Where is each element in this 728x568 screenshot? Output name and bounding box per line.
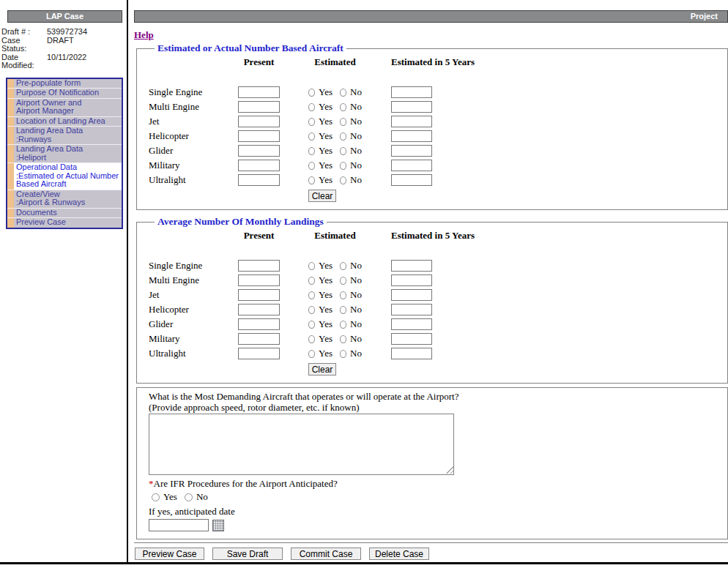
estimated-yes-radio[interactable]	[308, 103, 315, 111]
estimated-no-radio[interactable]	[340, 350, 346, 358]
estimated-5-years-input[interactable]	[391, 101, 432, 113]
present-input[interactable]	[238, 130, 280, 142]
estimated-5-years-input[interactable]	[391, 348, 432, 359]
present-column-header: Present	[238, 56, 280, 68]
estimated-no-radio[interactable]	[340, 103, 346, 111]
estimated-5-years-input[interactable]	[391, 304, 432, 315]
aircraft-row: Glider Yes No	[149, 143, 727, 158]
sidebar-item[interactable]: Preview Case	[7, 218, 122, 228]
estimated-5-years-input[interactable]	[391, 86, 432, 98]
estimated-yes-radio[interactable]	[308, 262, 315, 270]
estimated-yes-radio[interactable]	[308, 89, 315, 97]
present-input[interactable]	[238, 174, 280, 186]
case-info-row: Draft # : 539972734	[1, 28, 127, 37]
no-label: No	[350, 260, 362, 272]
estimated-5-years-input[interactable]	[391, 333, 432, 345]
estimated-no-radio[interactable]	[340, 89, 346, 97]
sidebar-item[interactable]: Location of Landing Area	[7, 117, 122, 127]
estimated-no-radio[interactable]	[340, 335, 346, 343]
calendar-icon[interactable]	[212, 520, 224, 531]
clear-button[interactable]: Clear	[308, 363, 336, 375]
estimated-yes-radio[interactable]	[308, 335, 315, 343]
estimated-yes-radio[interactable]	[308, 147, 315, 155]
sidebar-item-label: Operational Data :Estimated or Actual Nu…	[14, 163, 122, 190]
clear-button[interactable]: Clear	[308, 190, 336, 202]
estimated-5-years-input[interactable]	[391, 174, 432, 186]
demanding-aircraft-textarea[interactable]	[149, 414, 454, 475]
estimated-5-years-input[interactable]	[391, 318, 432, 330]
present-input[interactable]	[238, 101, 280, 113]
estimated-yes-radio[interactable]	[308, 118, 315, 126]
estimated-no-radio[interactable]	[340, 277, 346, 285]
based-aircraft-rows: Single Engine Yes No Multi Engine Yes No…	[149, 85, 727, 187]
estimated-5-years-input[interactable]	[391, 145, 432, 157]
estimated-yes-radio[interactable]	[308, 350, 315, 358]
estimated-yes-radio[interactable]	[308, 132, 315, 141]
present-input[interactable]	[238, 145, 280, 157]
no-label: No	[350, 160, 362, 171]
aircraft-row: Military Yes No	[149, 158, 727, 173]
estimated-no-radio[interactable]	[340, 321, 346, 329]
present-input[interactable]	[238, 160, 280, 171]
present-input[interactable]	[238, 318, 280, 330]
estimated-yes-radio[interactable]	[308, 277, 315, 285]
sidebar-item[interactable]: Pre-populate form	[7, 79, 122, 89]
aircraft-row: Glider Yes No	[149, 317, 727, 332]
sidebar-item[interactable]: Create/View :Airport & Runways	[7, 190, 122, 209]
anticipated-date-input[interactable]	[149, 519, 209, 531]
estimated-5-years-input[interactable]	[391, 160, 432, 171]
present-input[interactable]	[238, 333, 280, 345]
present-input[interactable]	[238, 348, 280, 359]
estimated-5-years-input[interactable]	[391, 116, 432, 127]
estimated-no-radio[interactable]	[340, 147, 346, 155]
sidebar-item[interactable]: Documents	[7, 209, 122, 219]
ifr-yes-radio[interactable]	[152, 493, 160, 501]
estimated-yes-radio[interactable]	[308, 162, 315, 170]
present-input[interactable]	[238, 260, 280, 272]
estimated-yes-radio[interactable]	[308, 321, 315, 329]
footer-action-button[interactable]: Save Draft	[212, 548, 283, 560]
aircraft-row: Ultralight Yes No	[149, 173, 727, 187]
estimated-no-radio[interactable]	[340, 176, 346, 184]
aircraft-type-label: Military	[149, 160, 238, 171]
yes-label: Yes	[319, 145, 333, 157]
estimated-radio-group: Yes No	[308, 174, 362, 186]
sidebar-title: LAP Case	[7, 10, 122, 23]
present-input[interactable]	[238, 116, 280, 127]
no-label: No	[350, 101, 362, 113]
present-input[interactable]	[238, 304, 280, 315]
estimated-no-radio[interactable]	[340, 118, 346, 126]
estimated-5-years-input[interactable]	[391, 274, 432, 286]
estimated-no-radio[interactable]	[340, 291, 346, 299]
estimated-yes-radio[interactable]	[308, 306, 315, 314]
sidebar-item[interactable]: Operational Data :Estimated or Actual Nu…	[7, 163, 122, 190]
present-input[interactable]	[238, 274, 280, 286]
vertical-divider	[127, 0, 128, 563]
case-info-value: DRAFT	[47, 37, 127, 53]
column-headers: Present Estimated Estimated in 5 Years	[149, 230, 727, 242]
sidebar-item-stripe	[7, 79, 14, 89]
sidebar-item[interactable]: Airport Owner and Airport Manager	[7, 99, 122, 117]
aircraft-type-label: Single Engine	[149, 86, 238, 98]
estimated-yes-radio[interactable]	[308, 291, 315, 299]
estimated-no-radio[interactable]	[340, 262, 346, 270]
estimated-yes-radio[interactable]	[308, 176, 315, 184]
present-input[interactable]	[238, 86, 280, 98]
ifr-no-radio[interactable]	[185, 493, 193, 501]
footer-action-button[interactable]: Preview Case	[135, 548, 204, 560]
footer-action-button[interactable]: Delete Case	[369, 548, 429, 560]
estimated-5-years-column-header: Estimated in 5 Years	[391, 56, 475, 68]
estimated-5-years-input[interactable]	[391, 130, 432, 142]
help-link[interactable]: Help	[134, 29, 154, 41]
estimated-no-radio[interactable]	[340, 162, 346, 170]
sidebar-item[interactable]: Landing Area Data :Runways	[7, 127, 122, 145]
sidebar-item[interactable]: Landing Area Data :Heliport	[7, 145, 122, 163]
estimated-5-years-input[interactable]	[391, 289, 432, 301]
sidebar-item[interactable]: Purpose Of Notification	[7, 89, 122, 99]
estimated-5-years-input[interactable]	[391, 260, 432, 272]
footer-action-button[interactable]: Commit Case	[291, 548, 361, 560]
estimated-no-radio[interactable]	[340, 132, 346, 141]
estimated-no-radio[interactable]	[340, 306, 346, 314]
present-column-header: Present	[238, 230, 280, 242]
present-input[interactable]	[238, 289, 280, 301]
